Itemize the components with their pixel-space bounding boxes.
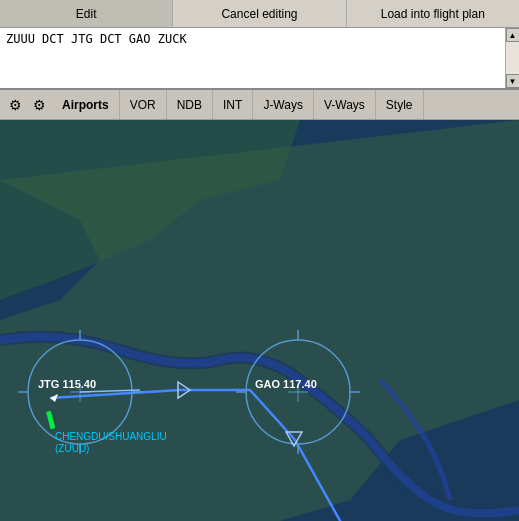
vertical-scrollbar[interactable]: ▲ ▼: [505, 28, 519, 88]
vor-label-gao: GAO 117.40: [255, 378, 317, 390]
tab-jways[interactable]: J-Ways: [253, 90, 314, 119]
settings-icon-1[interactable]: ⚙: [4, 94, 26, 116]
vor-label-jtg: JTG 115.40: [38, 378, 96, 390]
nav-tabs-bar: ⚙ ⚙ Airports VOR NDB INT J-Ways V-Ways S…: [0, 90, 519, 120]
tab-ndb[interactable]: NDB: [167, 90, 213, 119]
toolbar: Edit Cancel editing Load into flight pla…: [0, 0, 519, 28]
map-svg: JTG 115.40 GAO 117.40 CHENGDU/SHUANGLIU …: [0, 120, 519, 521]
scroll-up-arrow[interactable]: ▲: [506, 28, 520, 42]
tab-airports[interactable]: Airports: [52, 90, 120, 119]
map-area[interactable]: JTG 115.40 GAO 117.40 CHENGDU/SHUANGLIU …: [0, 120, 519, 521]
tab-vways[interactable]: V-Ways: [314, 90, 376, 119]
tab-vor[interactable]: VOR: [120, 90, 167, 119]
airport-label-zuuu-code: (ZUUU): [55, 443, 89, 454]
scroll-track[interactable]: [506, 42, 519, 74]
settings-icon-2[interactable]: ⚙: [28, 94, 50, 116]
tab-style[interactable]: Style: [376, 90, 424, 119]
flight-plan-area: ZUUU DCT JTG DCT GAO ZUCK ▲ ▼: [0, 28, 519, 90]
tab-int[interactable]: INT: [213, 90, 253, 119]
scroll-down-arrow[interactable]: ▼: [506, 74, 520, 88]
flight-plan-text[interactable]: ZUUU DCT JTG DCT GAO ZUCK: [0, 28, 519, 50]
cancel-editing-button[interactable]: Cancel editing: [173, 0, 346, 27]
airport-label-zuuu-name: CHENGDU/SHUANGLIU: [55, 431, 167, 442]
edit-button[interactable]: Edit: [0, 0, 173, 27]
load-flight-plan-button[interactable]: Load into flight plan: [347, 0, 519, 27]
